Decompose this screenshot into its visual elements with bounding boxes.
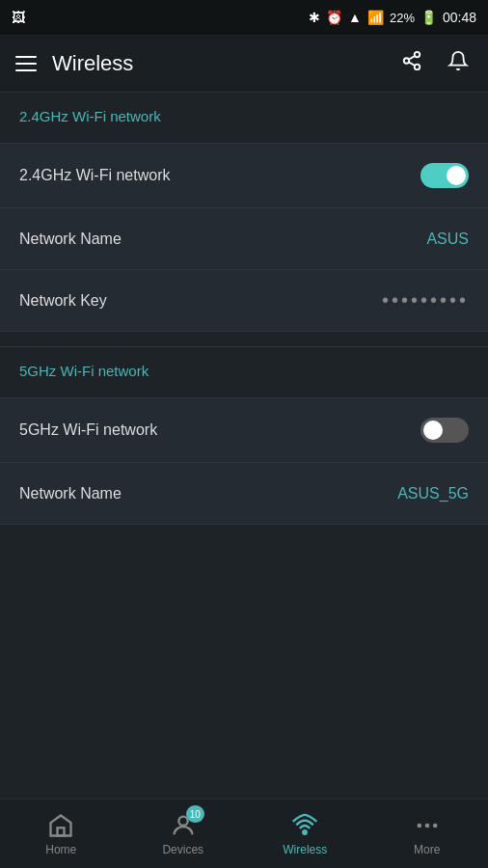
- nav-home[interactable]: Home: [0, 800, 122, 868]
- toggle-5ghz[interactable]: [420, 418, 469, 443]
- wifi-icon: ▲: [348, 10, 362, 25]
- nav-wireless-label: Wireless: [283, 843, 327, 856]
- section-5ghz-header: 5GHz Wi-Fi network: [0, 347, 488, 389]
- bottom-nav: Home 10 Devices Wireless More: [0, 799, 488, 868]
- app-bar: Wireless: [0, 35, 488, 93]
- svg-rect-5: [58, 827, 65, 835]
- item-network-name-5g[interactable]: Network Name ASUS_5G: [0, 463, 488, 525]
- app-bar-right: [397, 46, 473, 80]
- svg-point-1: [404, 58, 410, 64]
- section-mid-divider: [0, 332, 488, 347]
- alarm-icon: ⏰: [326, 10, 342, 25]
- battery-text: 22%: [390, 11, 415, 25]
- share-button[interactable]: [397, 46, 426, 80]
- label-network-key-24: Network Key: [19, 292, 107, 310]
- nav-devices-label: Devices: [162, 843, 203, 856]
- time-display: 00:48: [443, 10, 476, 25]
- nav-more-label: More: [414, 843, 440, 856]
- wireless-icon: [291, 812, 318, 839]
- toggle-knob-5ghz: [423, 420, 443, 440]
- label-5ghz-toggle: 5GHz Wi-Fi network: [19, 421, 157, 439]
- signal-icon: 📶: [367, 10, 384, 25]
- status-bar-right: ✱ ⏰ ▲ 📶 22% 🔋 00:48: [309, 10, 476, 25]
- notification-button[interactable]: [444, 46, 473, 80]
- svg-line-4: [409, 56, 415, 60]
- svg-point-8: [417, 823, 421, 827]
- devices-badge: 10: [186, 805, 204, 823]
- svg-line-3: [409, 62, 415, 66]
- svg-point-2: [415, 65, 420, 70]
- item-5ghz-toggle: 5GHz Wi-Fi network: [0, 398, 488, 463]
- content-area: 2.4GHz Wi-Fi network 2.4GHz Wi-Fi networ…: [0, 93, 488, 799]
- nav-more[interactable]: More: [366, 800, 489, 868]
- status-bar-left: 🖼: [12, 10, 25, 25]
- value-network-key-24: •••••••••: [382, 289, 469, 312]
- toggle-knob-24ghz: [447, 166, 466, 185]
- bluetooth-icon: ✱: [309, 10, 320, 25]
- item-network-key-24[interactable]: Network Key •••••••••: [0, 270, 488, 332]
- svg-point-0: [415, 52, 420, 58]
- battery-icon: 🔋: [420, 10, 437, 25]
- section-5ghz-top-divider: [0, 389, 488, 398]
- menu-button[interactable]: [15, 56, 37, 71]
- svg-point-7: [304, 830, 308, 834]
- svg-point-10: [433, 823, 438, 827]
- nav-home-label: Home: [45, 843, 76, 856]
- app-title: Wireless: [52, 51, 133, 76]
- value-network-name-24: ASUS: [426, 231, 469, 248]
- label-network-name-5g: Network Name: [19, 485, 122, 502]
- section-24ghz-header: 2.4GHz Wi-Fi network: [0, 93, 488, 134]
- toggle-24ghz[interactable]: [420, 163, 469, 188]
- status-bar: 🖼 ✱ ⏰ ▲ 📶 22% 🔋 00:48: [0, 0, 488, 35]
- more-icon: [414, 812, 441, 839]
- label-network-name-24: Network Name: [19, 231, 122, 248]
- value-network-name-5g: ASUS_5G: [397, 485, 469, 502]
- app-bar-left: Wireless: [15, 51, 133, 76]
- home-icon: [47, 812, 74, 839]
- nav-wireless[interactable]: Wireless: [244, 800, 366, 868]
- item-24ghz-toggle: 2.4GHz Wi-Fi network: [0, 144, 488, 208]
- nav-devices[interactable]: 10 Devices: [122, 800, 245, 868]
- svg-point-9: [424, 823, 429, 827]
- image-icon: 🖼: [12, 10, 25, 25]
- item-network-name-24[interactable]: Network Name ASUS: [0, 208, 488, 270]
- label-24ghz-toggle: 2.4GHz Wi-Fi network: [19, 167, 170, 184]
- section-top-divider: [0, 134, 488, 144]
